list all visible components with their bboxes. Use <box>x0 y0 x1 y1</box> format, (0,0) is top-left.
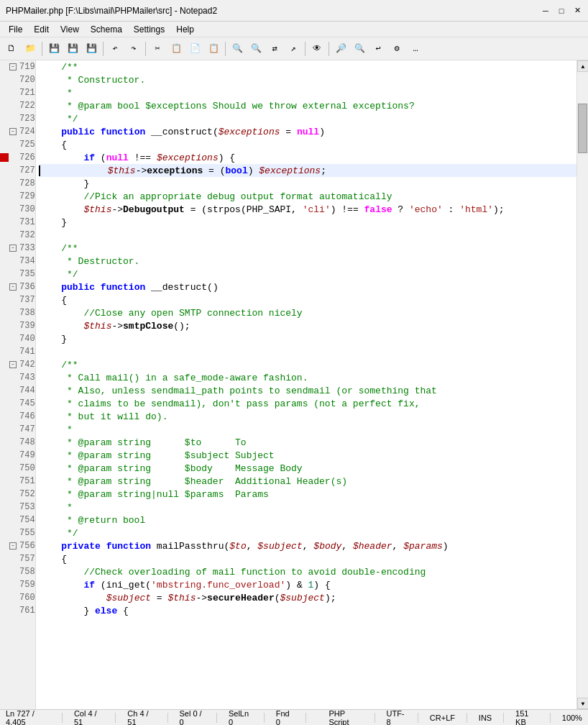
code-row[interactable]: if (null !== $exceptions) { <box>39 151 576 164</box>
gutter-row: 730 <box>0 203 35 216</box>
status-sel: Sel 0 / 0 <box>179 709 205 726</box>
code-row[interactable]: * Destructor. <box>39 255 576 268</box>
code-row[interactable]: private function mailPassthru($to, $subj… <box>39 539 576 552</box>
code-row[interactable]: * @return bool <box>39 514 576 526</box>
toolbar-redo[interactable]: ↷ <box>125 40 142 58</box>
code-row[interactable]: //Close any open SMTP connection nicely <box>39 306 576 319</box>
code-row[interactable]: } <box>39 332 576 345</box>
code-lines[interactable]: /** * Constructor. * * @param bool $exce… <box>36 60 576 709</box>
code-row[interactable]: * Also, unless sendmail_path points to s… <box>39 384 576 397</box>
toolbar-wrap[interactable]: ↩ <box>369 40 387 58</box>
menu-settings[interactable]: Settings <box>128 23 170 36</box>
fold-icon[interactable]: - <box>9 63 17 70</box>
code-row[interactable]: } <box>39 177 576 190</box>
gutter-row: 735 <box>0 268 35 281</box>
maximize-button[interactable]: □ <box>556 6 566 16</box>
menu-view[interactable]: View <box>55 23 85 36</box>
menu-edit[interactable]: Edit <box>28 23 55 36</box>
code-row[interactable]: { <box>39 293 576 306</box>
code-row[interactable]: //Check overloading of mail function to … <box>39 565 576 578</box>
editor[interactable]: -719720721722723-72472572672772872973073… <box>0 60 588 709</box>
fold-icon[interactable]: - <box>9 128 17 135</box>
minimize-button[interactable]: ─ <box>541 6 551 16</box>
code-row[interactable]: * claims to be sendmail), don't pass par… <box>39 397 576 410</box>
toolbar-sep3 <box>145 42 146 56</box>
code-row[interactable]: $subject = $this->secureHeader($subject)… <box>39 591 576 604</box>
status-encoding: UTF-8 <box>386 709 405 726</box>
fold-icon[interactable]: - <box>9 361 17 368</box>
code-row[interactable]: * @param string $subject Subject <box>39 449 576 462</box>
gutter-row: 753 <box>0 501 35 514</box>
scroll-down[interactable]: ▼ <box>577 698 588 709</box>
scroll-track[interactable] <box>577 72 588 698</box>
gutter-row: 722 <box>0 99 35 112</box>
gutter-row: 746 <box>0 410 35 423</box>
toolbar-save2[interactable]: 💾 <box>64 40 81 58</box>
code-row[interactable]: { <box>39 138 576 151</box>
code-row[interactable]: * Constructor. <box>39 73 576 86</box>
toolbar-zoom-in[interactable]: 🔎 <box>332 40 349 58</box>
code-row[interactable]: * @param string $to To <box>39 436 576 449</box>
code-row[interactable]: } <box>39 216 576 229</box>
toolbar-open-folder[interactable]: 📁 <box>22 40 39 58</box>
toolbar-view[interactable]: 👁 <box>308 40 326 58</box>
code-row[interactable]: public function __construct($exceptions … <box>39 125 576 138</box>
code-row[interactable]: * @param string $header Additional Heade… <box>39 475 576 488</box>
toolbar-settings[interactable]: ⚙ <box>388 40 405 58</box>
code-row[interactable]: $this->Debugoutput = (strpos(PHP_SAPI, '… <box>39 203 576 216</box>
toolbar-paste[interactable]: 📋 <box>205 40 222 58</box>
code-row[interactable]: * <box>39 423 576 436</box>
code-row[interactable]: */ <box>39 526 576 539</box>
code-row[interactable]: if (ini_get('mbstring.func_overload') & … <box>39 578 576 591</box>
code-row[interactable]: $this->smtpClose(); <box>39 319 576 332</box>
toolbar-goto[interactable]: ↗ <box>285 40 302 58</box>
code-row[interactable] <box>39 345 576 358</box>
fold-icon[interactable]: - <box>9 542 17 550</box>
gutter-row: 751 <box>0 475 35 488</box>
code-row[interactable] <box>39 229 576 242</box>
code-row[interactable]: * Call mail() in a safe_mode-aware fashi… <box>39 371 576 384</box>
toolbar-save3[interactable]: 💾 <box>83 40 100 58</box>
code-row[interactable]: public function __destruct() <box>39 281 576 293</box>
toolbar-save[interactable]: 💾 <box>45 40 63 58</box>
toolbar-replace[interactable]: ⇄ <box>266 40 283 58</box>
code-row[interactable]: * @param bool $exceptions Should we thro… <box>39 99 576 112</box>
code-row[interactable]: //Pick an appropriate debug output forma… <box>39 190 576 203</box>
menu-help[interactable]: Help <box>170 23 200 36</box>
code-row[interactable]: */ <box>39 268 576 281</box>
fold-icon[interactable]: - <box>9 283 17 291</box>
code-row[interactable]: * @param string $body Message Body <box>39 462 576 475</box>
gutter-row: -724 <box>0 125 35 138</box>
code-area[interactable]: -719720721722723-72472572672772872973073… <box>0 60 576 709</box>
toolbar-cut[interactable]: ✂ <box>149 40 166 58</box>
code-row[interactable]: /** <box>39 358 576 371</box>
toolbar-new[interactable]: 🗋 <box>3 40 20 58</box>
toolbar-more[interactable]: … <box>407 40 424 58</box>
toolbar-find[interactable]: 🔍 <box>229 40 246 58</box>
toolbar-find2[interactable]: 🔍 <box>247 40 265 58</box>
code-row[interactable]: $this->exceptions = (bool) $exceptions; <box>39 164 576 177</box>
code-row[interactable]: */ <box>39 112 576 125</box>
scrollbar[interactable]: ▲ ▼ <box>576 60 588 709</box>
toolbar-copy[interactable]: 📋 <box>167 40 185 58</box>
code-row[interactable]: * @param string|null $params Params <box>39 488 576 501</box>
status-fnd: Fnd 0 <box>276 709 294 726</box>
fold-icon[interactable]: - <box>9 245 17 252</box>
toolbar-zoom-out[interactable]: 🔍 <box>351 40 368 58</box>
close-button[interactable]: ✕ <box>572 6 582 16</box>
code-row[interactable]: * but it will do). <box>39 410 576 423</box>
code-row[interactable]: * <box>39 501 576 514</box>
code-row[interactable]: { <box>39 552 576 565</box>
gutter-row: 757 <box>0 552 35 565</box>
toolbar-copy2[interactable]: 📄 <box>186 40 203 58</box>
scroll-up[interactable]: ▲ <box>577 60 588 72</box>
toolbar-undo[interactable]: ↶ <box>106 40 124 58</box>
gutter-row: 729 <box>0 190 35 203</box>
code-row[interactable]: * <box>39 86 576 99</box>
code-row[interactable]: /** <box>39 60 576 73</box>
code-row[interactable]: /** <box>39 242 576 255</box>
menu-file[interactable]: File <box>3 23 28 36</box>
menu-schema[interactable]: Schema <box>85 23 128 36</box>
code-row[interactable]: } else { <box>39 604 576 617</box>
scroll-thumb[interactable] <box>578 104 587 154</box>
